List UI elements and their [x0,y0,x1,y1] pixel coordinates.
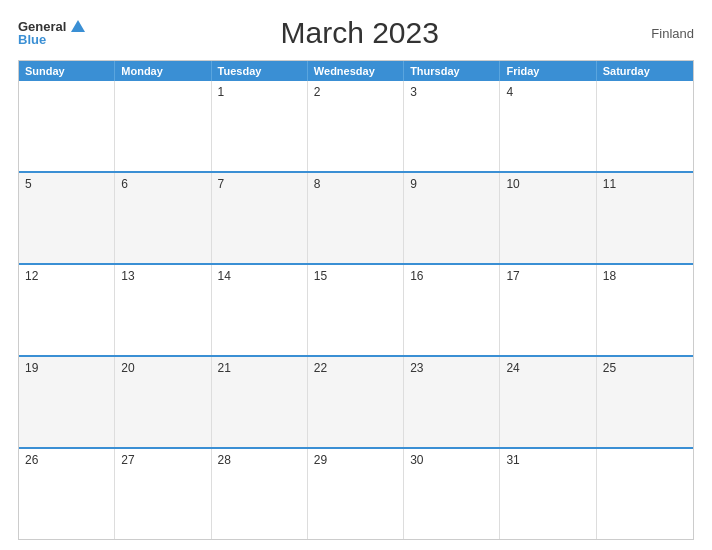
week-row-3: 19202122232425 [19,355,693,447]
week-row-4: 262728293031 [19,447,693,539]
day-cell-31: 31 [500,449,596,539]
day-number: 4 [506,85,513,99]
day-cell-20: 20 [115,357,211,447]
day-cell-10: 10 [500,173,596,263]
day-cell-7: 7 [212,173,308,263]
week-row-1: 567891011 [19,171,693,263]
day-number: 28 [218,453,231,467]
day-cell-30: 30 [404,449,500,539]
logo-blue-text: Blue [18,33,46,46]
calendar: SundayMondayTuesdayWednesdayThursdayFrid… [18,60,694,540]
day-cell-8: 8 [308,173,404,263]
weeks-container: 1234567891011121314151617181920212223242… [19,81,693,539]
day-number: 20 [121,361,134,375]
day-number: 30 [410,453,423,467]
day-cell-25: 25 [597,357,693,447]
day-cell-22: 22 [308,357,404,447]
day-cell-18: 18 [597,265,693,355]
country-label: Finland [634,26,694,41]
day-number: 17 [506,269,519,283]
day-header-tuesday: Tuesday [212,61,308,81]
day-cell-12: 12 [19,265,115,355]
day-cell-29: 29 [308,449,404,539]
day-number: 16 [410,269,423,283]
day-number: 3 [410,85,417,99]
day-number: 10 [506,177,519,191]
day-cell-23: 23 [404,357,500,447]
day-number: 1 [218,85,225,99]
day-cell-27: 27 [115,449,211,539]
day-number: 5 [25,177,32,191]
day-cell-24: 24 [500,357,596,447]
day-header-thursday: Thursday [404,61,500,81]
day-header-sunday: Sunday [19,61,115,81]
day-cell-1: 1 [212,81,308,171]
calendar-title: March 2023 [85,16,634,50]
day-number: 23 [410,361,423,375]
day-number: 11 [603,177,616,191]
day-cell-3: 3 [404,81,500,171]
day-cell-11: 11 [597,173,693,263]
day-number: 15 [314,269,327,283]
day-cell-9: 9 [404,173,500,263]
day-number: 14 [218,269,231,283]
day-number: 26 [25,453,38,467]
day-cell-13: 13 [115,265,211,355]
day-cell-16: 16 [404,265,500,355]
day-header-friday: Friday [500,61,596,81]
days-header: SundayMondayTuesdayWednesdayThursdayFrid… [19,61,693,81]
week-row-2: 12131415161718 [19,263,693,355]
day-header-monday: Monday [115,61,211,81]
day-number: 8 [314,177,321,191]
logo-triangle-icon [71,20,85,32]
page: General Blue March 2023 Finland SundayMo… [0,0,712,550]
day-number: 13 [121,269,134,283]
day-cell-14: 14 [212,265,308,355]
day-number: 29 [314,453,327,467]
day-number: 27 [121,453,134,467]
day-cell-empty [597,449,693,539]
day-number: 21 [218,361,231,375]
day-number: 7 [218,177,225,191]
day-cell-28: 28 [212,449,308,539]
day-cell-5: 5 [19,173,115,263]
day-number: 19 [25,361,38,375]
day-header-saturday: Saturday [597,61,693,81]
day-number: 24 [506,361,519,375]
day-number: 25 [603,361,616,375]
header: General Blue March 2023 Finland [18,16,694,50]
day-cell-21: 21 [212,357,308,447]
day-number: 2 [314,85,321,99]
day-cell-empty [115,81,211,171]
day-cell-15: 15 [308,265,404,355]
day-number: 22 [314,361,327,375]
day-header-wednesday: Wednesday [308,61,404,81]
day-number: 6 [121,177,128,191]
day-cell-26: 26 [19,449,115,539]
day-cell-empty [19,81,115,171]
day-number: 9 [410,177,417,191]
day-number: 12 [25,269,38,283]
day-cell-empty [597,81,693,171]
day-number: 31 [506,453,519,467]
week-row-0: 1234 [19,81,693,171]
day-cell-2: 2 [308,81,404,171]
day-cell-4: 4 [500,81,596,171]
logo: General Blue [18,20,85,46]
day-cell-19: 19 [19,357,115,447]
day-cell-6: 6 [115,173,211,263]
day-number: 18 [603,269,616,283]
day-cell-17: 17 [500,265,596,355]
